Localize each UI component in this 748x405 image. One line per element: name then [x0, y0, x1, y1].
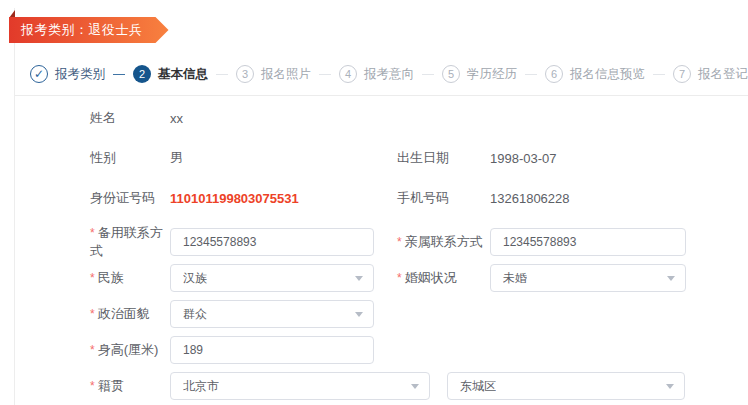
height-input[interactable] — [170, 336, 374, 364]
step-6-info-preview[interactable]: 6 报名信息预览 — [545, 65, 645, 83]
mobile-value: 13261806228 — [490, 191, 570, 206]
step-7-registration-preview[interactable]: 7 报名登记表预览 — [673, 65, 748, 83]
step-3-number: 3 — [236, 65, 254, 83]
gender-label: 性别 — [90, 149, 170, 167]
chevron-down-icon — [667, 276, 675, 281]
required-asterisk: * — [90, 226, 95, 240]
required-asterisk: * — [90, 343, 95, 357]
step-6-number: 6 — [545, 65, 563, 83]
wizard-stepper: ✓ 报考类别 2 基本信息 3 报名照片 4 报考意向 5 学历经历 6 报名信… — [30, 62, 734, 86]
height-label: *身高(厘米) — [90, 341, 170, 359]
political-status-select-value: 群众 — [183, 306, 207, 323]
native-province-select[interactable]: 北京市 — [170, 372, 430, 400]
form-row-name: 姓名 xx — [90, 98, 748, 138]
required-asterisk: * — [90, 307, 95, 321]
step-connector — [653, 74, 665, 75]
backup-contact-label: *备用联系方式 — [90, 224, 170, 260]
step-4-intention[interactable]: 4 报考意向 — [339, 65, 414, 83]
step-1-label: 报考类别 — [55, 66, 105, 83]
native-district-select-value: 东城区 — [460, 378, 496, 395]
exam-category-banner: 报考类别：退役士兵 — [9, 17, 169, 43]
required-asterisk: * — [90, 271, 95, 285]
step-connector — [422, 74, 434, 75]
form-row-id-mobile: 身份证号码 110101199803075531 手机号码 1326180622… — [90, 178, 748, 218]
step-5-education[interactable]: 5 学历经历 — [442, 65, 517, 83]
ethnicity-label: *民族 — [90, 269, 170, 287]
birth-date-label: 出生日期 — [397, 149, 490, 167]
chevron-down-icon — [411, 384, 419, 389]
step-4-label: 报考意向 — [364, 66, 414, 83]
stepper-divider — [15, 95, 748, 96]
backup-contact-input[interactable] — [170, 228, 374, 256]
native-district-select[interactable]: 东城区 — [447, 372, 685, 400]
form-row-height: *身高(厘米) — [90, 332, 748, 368]
exam-category-banner-label: 报考类别：退役士兵 — [21, 22, 143, 37]
form-row-ethnicity-marital: *民族 汉族 *婚姻状况 未婚 — [90, 260, 748, 296]
required-asterisk: * — [397, 271, 402, 285]
step-3-label: 报名照片 — [261, 66, 311, 83]
step-6-label: 报名信息预览 — [570, 66, 645, 83]
panel-left-border — [14, 8, 15, 405]
relative-contact-input[interactable] — [490, 228, 686, 256]
birth-date-value: 1998-03-07 — [490, 151, 557, 166]
chevron-down-icon — [355, 276, 363, 281]
native-place-label: *籍贯 — [90, 377, 170, 395]
step-5-label: 学历经历 — [467, 66, 517, 83]
required-asterisk: * — [397, 235, 402, 249]
step-connector — [525, 74, 537, 75]
form-row-contacts: *备用联系方式 *亲属联系方式 — [90, 224, 748, 260]
step-5-number: 5 — [442, 65, 460, 83]
step-4-number: 4 — [339, 65, 357, 83]
registration-page: 报考类别：退役士兵 ✓ 报考类别 2 基本信息 3 报名照片 4 报考意向 5 … — [0, 0, 748, 405]
name-value: xx — [170, 111, 183, 126]
marital-status-select[interactable]: 未婚 — [490, 264, 686, 292]
native-province-select-value: 北京市 — [183, 378, 219, 395]
step-check-icon: ✓ — [30, 65, 48, 83]
ribbon-fold — [9, 10, 15, 18]
step-7-number: 7 — [673, 65, 691, 83]
name-label: 姓名 — [90, 109, 170, 127]
gender-value: 男 — [170, 149, 183, 167]
step-1-category[interactable]: ✓ 报考类别 — [30, 65, 105, 83]
ethnicity-select-value: 汉族 — [183, 270, 207, 287]
step-connector — [216, 74, 228, 75]
form-row-gender-birthdate: 性别 男 出生日期 1998-03-07 — [90, 138, 748, 178]
step-2-basic-info[interactable]: 2 基本信息 — [133, 65, 208, 83]
step-connector — [113, 74, 125, 75]
mobile-label: 手机号码 — [397, 189, 490, 207]
id-number-value: 110101199803075531 — [170, 191, 299, 206]
step-connector — [319, 74, 331, 75]
political-status-label: *政治面貌 — [90, 305, 170, 323]
political-status-select[interactable]: 群众 — [170, 300, 374, 328]
chevron-down-icon — [666, 384, 674, 389]
ethnicity-select[interactable]: 汉族 — [170, 264, 374, 292]
form-row-political: *政治面貌 群众 — [90, 296, 748, 332]
required-asterisk: * — [90, 379, 95, 393]
chevron-down-icon — [355, 312, 363, 317]
id-number-label: 身份证号码 — [90, 189, 170, 207]
form-row-native-place: *籍贯 北京市 东城区 — [90, 368, 748, 404]
basic-info-form: 姓名 xx 性别 男 出生日期 1998-03-07 身份证号码 1101011… — [90, 98, 748, 404]
marital-status-select-value: 未婚 — [503, 270, 527, 287]
step-2-number: 2 — [133, 65, 151, 83]
marital-status-label: *婚姻状况 — [397, 269, 490, 287]
step-2-label: 基本信息 — [158, 66, 208, 83]
step-7-label: 报名登记表预览 — [698, 66, 748, 83]
step-3-photo[interactable]: 3 报名照片 — [236, 65, 311, 83]
relative-contact-label: *亲属联系方式 — [397, 233, 490, 251]
